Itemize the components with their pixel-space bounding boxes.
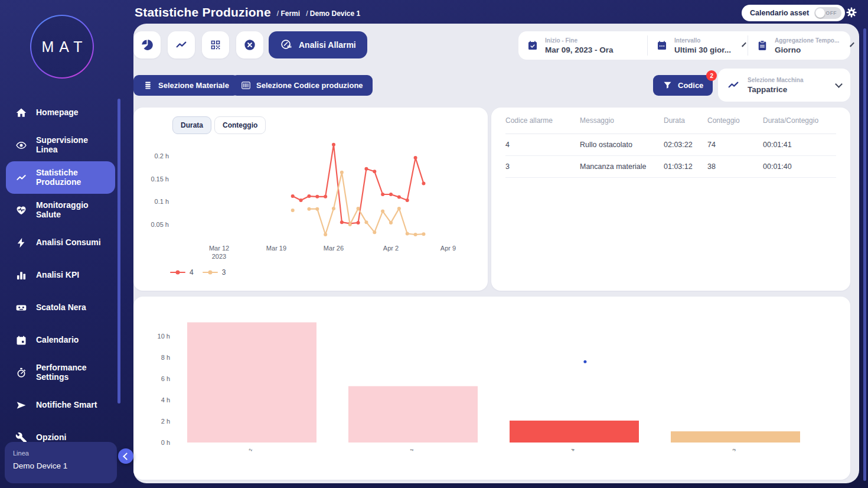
codice-filter-button[interactable]: Codice 2: [653, 75, 713, 96]
sidebar-item-performance-settings[interactable]: Performance Settings: [6, 356, 115, 389]
sidebar-item-homepage[interactable]: Homepage: [6, 96, 115, 129]
selezione-materiale-label: Selezione Materiale: [158, 81, 229, 90]
bars-icon: [15, 269, 27, 281]
time-filter-panel: Inizio - Fine Mar 09, 2023 - Ora Interva…: [518, 31, 850, 60]
heart-pulse-icon: [15, 204, 27, 216]
clear-view-button[interactable]: [236, 31, 263, 58]
svg-text:Apr 9: Apr 9: [440, 245, 456, 252]
sidebar-item-supervisione-linea[interactable]: Supervisione Linea: [6, 129, 115, 161]
calendario-asset-toggle-pill[interactable]: Calendario asset OFF: [742, 5, 845, 21]
page-header: Statistiche Produzione Fermi Demo Device…: [135, 5, 360, 19]
svg-text:1: 1: [409, 448, 414, 451]
sidebar-item-analisi-consumi[interactable]: Analisi Consumi: [6, 226, 115, 259]
cassette-icon: [15, 302, 27, 314]
analisi-allarmi-button[interactable]: Analisi Allarmi: [269, 31, 367, 58]
sidebar-scrollbar[interactable]: [118, 99, 120, 404]
alarm-total-duration-chart-card: 0 h2 h4 h6 h8 h10 h2143: [133, 297, 850, 480]
sidebar-item-statistiche-produzione[interactable]: Statistiche Produzione: [6, 161, 115, 194]
line-chart-view-button[interactable]: [168, 31, 195, 58]
grid-view-button[interactable]: [202, 31, 229, 58]
aggregation-label: Aggregazione Tempo...: [775, 37, 839, 44]
calendar-check-icon: [527, 40, 539, 51]
interval-select[interactable]: Intervallo Ultimi 30 gior...: [647, 35, 748, 56]
svg-text:Mar 26: Mar 26: [324, 245, 344, 252]
svg-text:2: 2: [248, 448, 253, 451]
page-scrollbar[interactable]: [863, 28, 866, 481]
breadcrumb-fermi: Fermi: [277, 9, 300, 19]
device-panel[interactable]: Linea Demo Device 1: [5, 442, 117, 483]
sidebar-item-notifiche-smart[interactable]: Notifiche Smart: [6, 389, 115, 421]
sidebar-item-calendario[interactable]: Calendario: [6, 324, 115, 356]
legend-label: 4: [190, 268, 194, 276]
sidebar-item-analisi-kpi[interactable]: Analisi KPI: [6, 259, 115, 291]
pie-chart-view-button[interactable]: [133, 31, 161, 58]
svg-text:Apr 2: Apr 2: [383, 245, 399, 252]
svg-text:6 h: 6 h: [161, 375, 170, 382]
app-screen: MAT HomepageSupervisione LineaStatistich…: [0, 0, 868, 488]
brand-logo: MAT: [30, 15, 94, 79]
alarm-duration-line-chart: 0.2 h0.15 h0.1 h0.05 hMar 122023Mar 19Ma…: [139, 137, 482, 264]
stray-data-point: [583, 360, 586, 363]
legend-item-4[interactable]: 4: [170, 268, 194, 276]
chevron-left-icon: [123, 453, 130, 460]
sidebar-item-label: Statistiche Produzione: [36, 168, 109, 187]
breadcrumb-device: Demo Device 1: [306, 9, 360, 19]
column-header: Durata/Conteggio: [763, 116, 836, 125]
svg-text:2023: 2023: [212, 253, 226, 260]
home-icon: [15, 107, 27, 119]
sidebar-item-label: Monitoraggio Salute: [36, 201, 109, 219]
legend-item-3[interactable]: 3: [203, 268, 226, 276]
pie-icon: [141, 38, 154, 51]
barcode-icon: [241, 80, 251, 90]
aggregation-select[interactable]: Aggregazione Tempo... Giorno: [748, 35, 850, 56]
date-range-picker[interactable]: Inizio - Fine Mar 09, 2023 - Ora: [518, 35, 647, 56]
send-icon: [15, 399, 27, 411]
sidebar-item-monitoraggio-salute[interactable]: Monitoraggio Salute: [6, 194, 115, 226]
device-panel-label: Linea: [13, 450, 117, 457]
column-header: Codice allarme: [505, 116, 580, 125]
sidebar-item-scatola-nera[interactable]: Scatola Nera: [6, 291, 115, 324]
table-row: 4Rullo ostacolato02:03:227400:01:41: [505, 134, 836, 156]
svg-text:0.1 h: 0.1 h: [155, 198, 169, 205]
table-cell: 00:01:40: [763, 162, 836, 171]
selezione-codice-produzione-button[interactable]: Selezione Codice produzione: [231, 75, 373, 96]
sidebar-collapse-button[interactable]: [118, 448, 133, 464]
qr-icon: [209, 38, 222, 51]
bar-code-2: [187, 323, 316, 443]
tab-conteggio[interactable]: Conteggio: [214, 116, 266, 134]
alarm-table-card: Codice allarmeMessaggioDurataConteggioDu…: [491, 108, 850, 291]
device-panel-value: Demo Device 1: [13, 461, 117, 470]
settings-gear-icon[interactable]: [845, 6, 858, 19]
svg-text:2 h: 2 h: [161, 418, 170, 425]
column-header: Durata: [664, 116, 707, 125]
sidebar-item-label: Scatola Nera: [36, 303, 109, 313]
toggle-state-label: OFF: [826, 10, 837, 16]
legend-label: 3: [222, 268, 226, 276]
toggle-knob: [815, 8, 825, 18]
table-cell: 3: [505, 162, 580, 171]
svg-text:4 h: 4 h: [161, 396, 170, 404]
analisi-allarmi-label: Analisi Allarmi: [299, 40, 356, 50]
codice-filter-label: Codice: [678, 81, 703, 90]
selezione-materiale-button[interactable]: Selezione Materiale: [133, 75, 239, 96]
table-cell: 74: [707, 141, 763, 149]
interval-label: Intervallo: [674, 37, 731, 44]
stopwatch-icon: [15, 367, 27, 379]
svg-text:Mar 19: Mar 19: [266, 245, 286, 252]
svg-text:0.15 h: 0.15 h: [151, 175, 169, 183]
selezione-macchina-value: Tappatrice: [748, 85, 823, 94]
table-cell: 00:01:41: [763, 141, 836, 149]
chart-mode-tabs: Durata Conteggio: [172, 116, 266, 134]
selezione-macchina-label: Selezione Macchina: [748, 77, 823, 83]
trend-icon: [175, 38, 188, 51]
tab-durata[interactable]: Durata: [172, 116, 211, 134]
svg-text:Mar 12: Mar 12: [209, 245, 229, 252]
calendario-asset-switch[interactable]: OFF: [814, 7, 841, 19]
svg-text:0 h: 0 h: [161, 439, 170, 446]
table-cell: 02:03:22: [664, 141, 707, 149]
svg-text:0.2 h: 0.2 h: [155, 152, 169, 160]
table-header-row: Codice allarmeMessaggioDurataConteggioDu…: [505, 108, 836, 134]
alarm-analysis-icon: [280, 38, 293, 51]
eye-icon: [15, 139, 27, 151]
selezione-macchina-select[interactable]: Selezione Macchina Tappatrice: [718, 69, 850, 102]
